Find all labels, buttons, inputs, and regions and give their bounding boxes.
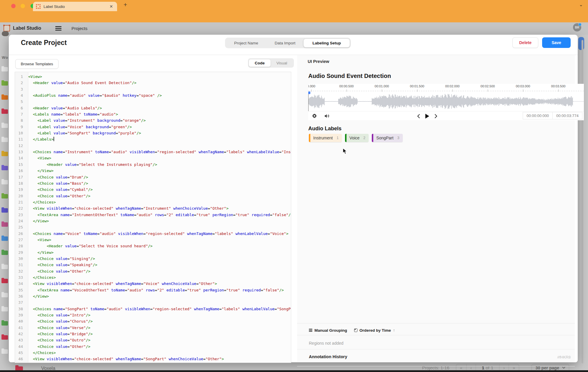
workspace-folder-icon bbox=[1, 251, 8, 255]
transport-controls bbox=[417, 111, 437, 121]
code-line: 45 </Choices> bbox=[15, 350, 291, 356]
code-line: 4 <AudioPlus name="audio" value="$audio"… bbox=[15, 92, 291, 99]
workspace-folder-icon bbox=[1, 321, 8, 326]
current-time: 00:00:00:000 bbox=[523, 112, 553, 119]
divider bbox=[297, 366, 575, 366]
hamburger-menu-icon bbox=[55, 26, 61, 31]
sidebar-collapsed-item bbox=[2, 31, 9, 36]
playhead-line[interactable] bbox=[308, 92, 309, 111]
chip-label: Voice bbox=[349, 136, 359, 140]
annotation-id: #fHKR8 bbox=[557, 355, 571, 359]
chip-hotkey: 3 bbox=[397, 136, 399, 140]
workspace-folder-icon bbox=[1, 208, 8, 213]
prev-region-icon[interactable] bbox=[417, 114, 420, 119]
save-button[interactable]: Save bbox=[542, 37, 571, 48]
regions-toolbar: Manual Grouping Ordered by Time ↑ bbox=[309, 328, 395, 333]
label-chip-voice[interactable]: Voice2 bbox=[345, 134, 369, 142]
label-studio-logo-icon bbox=[4, 25, 10, 31]
window-chevron-icon[interactable]: ⌄ bbox=[579, 2, 583, 7]
divider bbox=[297, 335, 575, 335]
workspace-folder-icon bbox=[1, 236, 8, 241]
modal-tab-labeling-setup[interactable]: Labeling Setup bbox=[304, 39, 350, 47]
browser-tab[interactable]: Label Studio ✕ bbox=[33, 2, 117, 11]
code-line: 41 <Choice value="Verse"/> bbox=[15, 325, 291, 331]
code-line: 36 </View> bbox=[15, 293, 291, 299]
text-caret bbox=[54, 137, 54, 141]
code-line: 43 <Choice value="Outro"/> bbox=[15, 337, 291, 343]
workspace-folder-icon bbox=[1, 95, 8, 100]
code-line: 39 <Choice value="Intro"/> bbox=[15, 312, 291, 318]
audio-player: 0.00000:00.50000:01.00000:01.50000:02.00… bbox=[308, 84, 584, 120]
workspace-folder-icon bbox=[1, 194, 8, 198]
window-minimize-button[interactable] bbox=[21, 4, 25, 8]
workspace-folder-icon bbox=[1, 152, 8, 156]
ruler-major-tick bbox=[452, 89, 453, 92]
code-line: 18 <Choice value="Bass"/> bbox=[15, 180, 291, 186]
ruler-major-tick bbox=[488, 89, 488, 92]
play-button-icon[interactable] bbox=[425, 114, 429, 119]
ruler-tick-label: 00:02.000 bbox=[445, 84, 460, 88]
brand-title: Label Studio bbox=[13, 26, 41, 31]
code-line: 23 <TextArea name="IntrumentOtherText" t… bbox=[15, 212, 291, 218]
workspace-folder-icon bbox=[1, 124, 8, 128]
code-line: 35 <TextArea name="VoiceOtherText" toNam… bbox=[15, 287, 291, 293]
code-line: 30 <Choice value="Singing"/> bbox=[15, 256, 291, 262]
chevron-down-icon bbox=[562, 367, 565, 369]
chip-hotkey: 2 bbox=[363, 136, 365, 140]
ruler-major-tick bbox=[311, 89, 312, 92]
modal-tab-group: Project NameData ImportLabeling Setup bbox=[225, 38, 351, 48]
regions-empty-message: Regions not added bbox=[309, 341, 344, 346]
nav-projects: Projects bbox=[71, 26, 87, 31]
browse-templates-button[interactable]: Browse Templates bbox=[15, 59, 59, 69]
ruler-major-tick bbox=[558, 89, 559, 92]
new-tab-button[interactable]: + bbox=[124, 1, 127, 8]
chip-hotkey: 1 bbox=[337, 136, 339, 140]
divider bbox=[297, 349, 575, 349]
code-line: 10 <Label value="SongPart" background="p… bbox=[15, 130, 291, 136]
manual-grouping-toggle[interactable]: Manual Grouping bbox=[309, 328, 347, 333]
code-line: 21 </Choices> bbox=[15, 199, 291, 205]
code-line: 40 <Choice value="Chorus"/> bbox=[15, 318, 291, 324]
annotation-history-section[interactable]: Annotation History bbox=[309, 354, 347, 359]
sort-ascending-icon: ↑ bbox=[393, 328, 395, 333]
code-line: 34 <View visibleWhen="choice-selected" w… bbox=[15, 281, 291, 287]
workspace-folder-icon bbox=[1, 307, 8, 311]
waveform[interactable] bbox=[308, 92, 584, 111]
create-project-modal: Create Project Project NameData ImportLa… bbox=[9, 35, 578, 362]
mouse-cursor bbox=[343, 148, 348, 156]
code-line: 26 <Choices name="Voice" toName="audio" … bbox=[15, 231, 291, 237]
code-line: 27 <View> bbox=[15, 237, 291, 243]
toggle-code[interactable]: Code bbox=[249, 59, 271, 67]
next-region-icon[interactable] bbox=[434, 114, 437, 119]
modal-tab-data-import[interactable]: Data Import bbox=[266, 39, 304, 47]
code-line: 2 <Header value="Audio Sound Event Detec… bbox=[15, 80, 291, 86]
code-line: 1<View> bbox=[15, 74, 291, 80]
code-line: 29 </View> bbox=[15, 249, 291, 256]
label-chip-instrument[interactable]: Instrument1 bbox=[309, 134, 342, 142]
workspaces-label: Wo bbox=[2, 55, 8, 60]
audio-controls: 00:00:00:000 00:00:03:774 bbox=[308, 111, 584, 120]
volume-icon[interactable] bbox=[324, 114, 329, 118]
code-line: 24 </View> bbox=[15, 218, 291, 224]
tab-close-icon[interactable]: ✕ bbox=[108, 4, 114, 9]
settings-gear-icon[interactable] bbox=[312, 114, 317, 118]
workspace-folder-icon bbox=[1, 67, 8, 71]
modal-tab-project-name[interactable]: Project Name bbox=[226, 39, 266, 47]
code-line: 19 <Choice value="Cymbal"/> bbox=[15, 186, 291, 193]
toggle-visual[interactable]: Visual bbox=[271, 59, 293, 67]
workspace-folder-icon bbox=[1, 349, 8, 354]
order-by-time-toggle[interactable]: Ordered by Time ↑ bbox=[354, 328, 395, 333]
playhead-handle[interactable] bbox=[308, 91, 310, 94]
audio-labels-heading: Audio Labels bbox=[308, 126, 342, 132]
labeling-config-code-editor[interactable]: 1<View>2 <Header value="Audio Sound Even… bbox=[15, 72, 291, 363]
code-line: 15 <Header value="Select the Instruments… bbox=[15, 161, 291, 168]
preview-heading: Audio Sound Event Detection bbox=[308, 73, 391, 79]
label-chips: Instrument1Voice2SongPart3 bbox=[309, 134, 403, 142]
delete-button[interactable]: Delete bbox=[512, 37, 538, 48]
workspace-folder-icon bbox=[1, 265, 8, 269]
window-close-button[interactable] bbox=[11, 4, 16, 8]
label-chip-songpart[interactable]: SongPart3 bbox=[372, 134, 402, 142]
code-line: 20 <Choice value="Other"/> bbox=[15, 193, 291, 199]
screen: Label Studio ✕ + ⌄ ← → app.heartex.com/p… bbox=[0, 0, 588, 372]
code-line: 37 bbox=[15, 299, 291, 306]
